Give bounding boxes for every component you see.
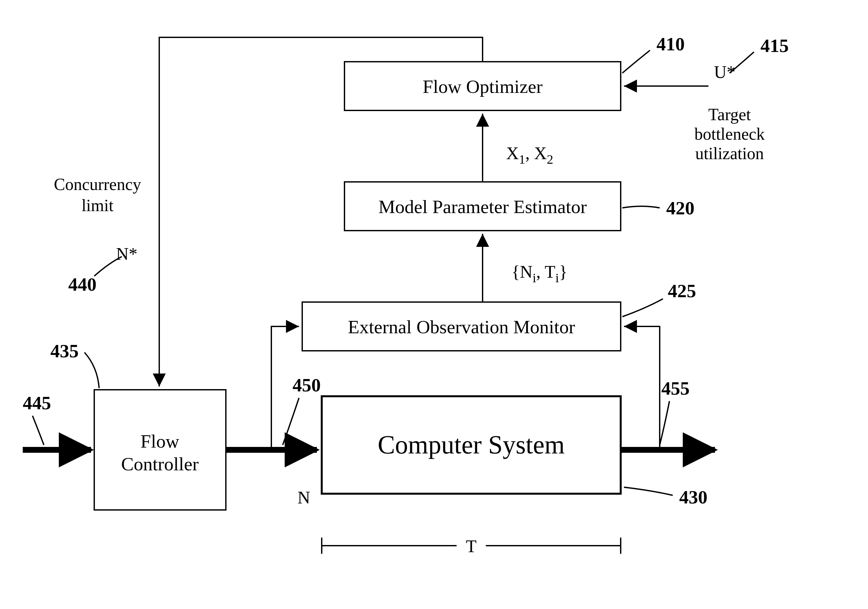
leader-425	[622, 299, 663, 317]
ref-415: 415	[760, 35, 789, 56]
ref-455: 455	[661, 378, 690, 399]
leader-420	[622, 206, 660, 208]
ref-425: 425	[668, 280, 696, 301]
flow-controller-label-1: Flow	[140, 431, 179, 452]
signal-ustar: U*	[714, 62, 735, 82]
leader-450	[283, 398, 299, 445]
annotation-target-2: bottleneck	[694, 125, 765, 143]
flow-control-diagram: Flow Optimizer Model Parameter Estimator…	[0, 0, 868, 609]
tap-455-to-eom	[624, 326, 660, 450]
leader-455	[660, 401, 670, 445]
signal-N: N	[298, 488, 310, 507]
leader-410	[622, 50, 650, 73]
computer-system-label: Computer System	[378, 430, 565, 459]
model-param-estimator-label: Model Parameter Estimator	[378, 196, 587, 217]
leader-435	[84, 352, 99, 388]
ref-440: 440	[68, 274, 96, 295]
flow-optimizer-label: Flow Optimizer	[423, 76, 543, 97]
ref-445: 445	[23, 393, 51, 413]
external-obs-monitor-label: External Observation Monitor	[348, 316, 575, 337]
signal-x1x2: X1, X2	[506, 144, 553, 167]
ref-410: 410	[656, 34, 685, 54]
ref-435: 435	[50, 340, 79, 362]
annotation-concurrency-1: Concurrency	[54, 175, 141, 193]
annotation-concurrency-2: limit	[82, 196, 114, 215]
leader-430	[624, 487, 673, 495]
leader-440	[94, 257, 122, 276]
signal-T: T	[466, 536, 477, 556]
ref-420: 420	[666, 198, 694, 219]
leader-445	[33, 416, 44, 445]
signal-nstar: N*	[116, 244, 138, 264]
ref-450: 450	[293, 374, 321, 396]
annotation-target-1: Target	[708, 105, 751, 124]
signal-niti: {Ni, Ti}	[512, 262, 567, 285]
flow-controller-label-2: Controller	[121, 453, 198, 475]
annotation-target-3: utilization	[696, 144, 764, 163]
ref-430: 430	[679, 487, 707, 508]
